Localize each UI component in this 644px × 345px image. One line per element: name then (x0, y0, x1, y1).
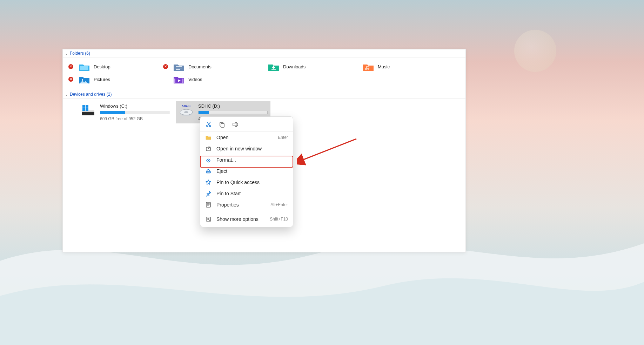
context-menu-item-open-in-new-window[interactable]: Open in new window (200, 143, 293, 154)
os-drive-icon (80, 103, 96, 117)
drive-usage-fill (100, 111, 125, 114)
svg-rect-12 (82, 108, 85, 111)
svg-rect-7 (182, 79, 183, 83)
videos-folder-icon (173, 74, 185, 84)
drive-usage-bar (198, 111, 268, 114)
desktop-moon-decoration (514, 30, 556, 72)
context-menu-item-format[interactable]: Format... (200, 154, 293, 165)
svg-point-24 (208, 160, 209, 161)
context-menu-item-pin-to-start[interactable]: Pin to Start (200, 188, 293, 199)
drive-usage-fill (199, 111, 209, 114)
context-menu-item-label: Pin to Quick access (216, 180, 288, 185)
folder-item-downloads[interactable]: Downloads (256, 60, 351, 73)
folder-label: Documents (188, 64, 212, 69)
context-menu-item-properties[interactable]: PropertiesAlt+Enter (200, 199, 293, 210)
context-menu-item-eject[interactable]: Eject (200, 165, 293, 177)
context-menu-item-label: Properties (216, 202, 266, 208)
newwin-icon (205, 146, 212, 152)
context-menu-item-label: Eject (216, 168, 288, 174)
drive-context-menu: OpenEnterOpen in new windowFormat...Ejec… (200, 116, 293, 227)
sync-error-badge: ✕ (68, 77, 73, 82)
format-icon (205, 157, 212, 163)
svg-rect-3 (176, 69, 180, 70)
sync-error-badge: ✕ (163, 64, 168, 69)
context-menu-item-label: Show more options (216, 216, 265, 222)
context-menu-quick-actions (200, 119, 293, 132)
context-menu-item-open[interactable]: OpenEnter (200, 132, 293, 143)
svg-rect-11 (86, 105, 88, 108)
more-icon (205, 216, 212, 222)
svg-rect-6 (174, 79, 175, 83)
folder-item-music[interactable]: Music (351, 60, 446, 73)
folder-item-videos[interactable]: Videos (162, 73, 256, 86)
context-menu-item-label: Open in new window (216, 146, 288, 151)
context-menu-item-shortcut: Alt+Enter (270, 202, 288, 207)
eject-icon (205, 168, 212, 174)
svg-rect-21 (221, 123, 224, 127)
context-menu-item-show-more-options[interactable]: Show more optionsShift+F10 (200, 214, 293, 225)
drive-item-c[interactable]: Windows (C:)609 GB free of 952 GB (78, 101, 172, 123)
folder-label: Downloads (283, 64, 306, 69)
svg-point-16 (184, 111, 188, 113)
svg-rect-0 (80, 66, 88, 70)
folders-section-header[interactable]: ⌄ Folders (6) (63, 49, 465, 58)
drive-free-label: 609 GB free of 952 GB (100, 116, 169, 121)
desktop-folder-icon (78, 62, 90, 72)
svg-rect-22 (233, 123, 238, 126)
pictures-folder-icon (78, 74, 90, 84)
props-icon (205, 202, 212, 208)
svg-rect-10 (82, 105, 85, 108)
svg-rect-13 (86, 108, 88, 111)
downloads-folder-icon (268, 62, 280, 72)
drive-name-label: Windows (C:) (100, 103, 169, 109)
sd-drive-icon: SDHC (179, 103, 194, 117)
documents-folder-icon (173, 62, 185, 72)
chevron-down-icon: ⌄ (65, 93, 68, 96)
context-menu-item-label: Open (216, 135, 273, 140)
folder-label: Pictures (94, 77, 110, 82)
folder-label: Music (378, 64, 390, 69)
svg-rect-4 (271, 69, 276, 70)
star-icon (205, 179, 212, 185)
svg-rect-25 (206, 172, 210, 173)
pin-icon (205, 190, 212, 197)
folder-item-desktop[interactable]: ✕Desktop (67, 60, 162, 73)
folder-item-pictures[interactable]: ✕Pictures (67, 73, 162, 86)
drives-section-header[interactable]: ⌄ Devices and drives (2) (63, 90, 465, 99)
drives-header-label: Devices and drives (2) (70, 92, 112, 97)
svg-point-5 (82, 79, 83, 81)
folder-icon (205, 134, 212, 141)
svg-text:SDHC: SDHC (182, 104, 191, 108)
context-copy-icon[interactable] (219, 121, 226, 128)
context-menu-item-shortcut: Enter (278, 135, 288, 140)
folder-label: Desktop (94, 64, 110, 69)
drive-usage-bar (100, 111, 169, 114)
context-menu-item-label: Format... (216, 157, 288, 163)
folders-grid: ✕Desktop✕DocumentsDownloadsMusic✕Picture… (63, 58, 465, 90)
context-menu-item-pin-to-quick-access[interactable]: Pin to Quick access (200, 177, 293, 188)
music-folder-icon (362, 62, 374, 72)
svg-rect-2 (176, 68, 182, 68)
chevron-down-icon: ⌄ (65, 52, 68, 55)
sync-error-badge: ✕ (68, 64, 73, 69)
drive-info: Windows (C:)609 GB free of 952 GB (100, 103, 169, 121)
context-menu-item-shortcut: Shift+F10 (270, 217, 288, 222)
context-menu-separator (200, 212, 293, 212)
context-menu-item-label: Pin to Start (216, 191, 288, 196)
folders-header-label: Folders (6) (70, 51, 90, 56)
folder-item-documents[interactable]: ✕Documents (162, 60, 256, 73)
folder-label: Videos (188, 77, 202, 82)
context-rename-icon[interactable] (232, 121, 239, 128)
context-cut-icon[interactable] (205, 121, 212, 128)
svg-rect-1 (176, 66, 182, 67)
drive-name-label: SDHC (D:) (198, 103, 268, 109)
